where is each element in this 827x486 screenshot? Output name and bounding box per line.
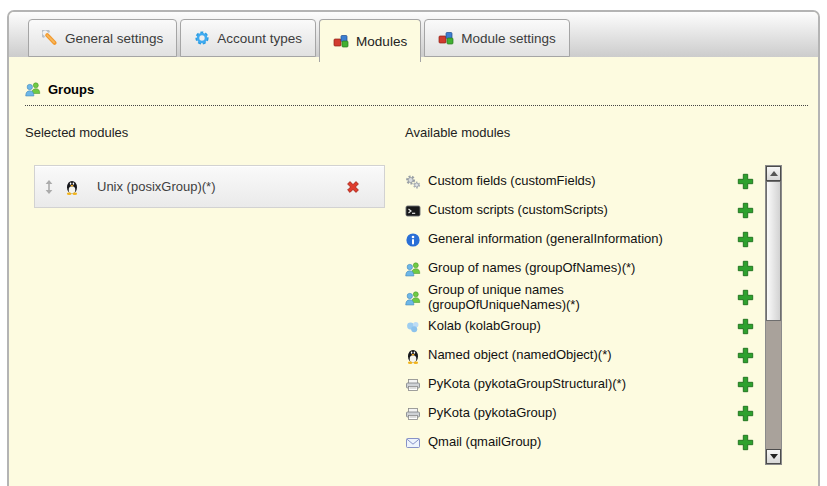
add-plus-icon <box>737 347 754 364</box>
available-modules-heading: Available modules <box>405 125 762 140</box>
list-item: PyKota (pykotaGroupStructural)(*) <box>405 370 762 399</box>
scroll-down-button[interactable] <box>766 449 781 464</box>
tab-label: Module settings <box>461 31 556 46</box>
add-module-button[interactable] <box>736 318 754 336</box>
group-icon <box>405 290 421 306</box>
drag-handle-icon[interactable] <box>43 179 55 195</box>
chevron-up-icon <box>770 171 778 176</box>
list-item: PyKota (pykotaGroup) <box>405 399 762 428</box>
tab-modules[interactable]: Modules <box>319 19 421 62</box>
module-label: General information (generalInformation) <box>428 232 663 247</box>
tab-label: Modules <box>356 34 407 49</box>
module-label: Named object (namedObject)(*) <box>428 348 612 363</box>
tab-label: Account types <box>217 31 302 46</box>
list-item: General information (generalInformation) <box>405 225 762 254</box>
add-module-button[interactable] <box>736 260 754 278</box>
selected-modules-column: Selected modules Unix (posixGroup)(*) <box>25 125 387 208</box>
terminal-icon <box>405 203 421 219</box>
add-module-button[interactable] <box>736 202 754 220</box>
groups-icon <box>25 81 41 97</box>
add-module-button[interactable] <box>736 376 754 394</box>
wrench-icon <box>42 30 58 46</box>
add-module-button[interactable] <box>736 347 754 365</box>
info-icon <box>405 232 421 248</box>
list-item: Custom fields (customFields) <box>405 167 762 196</box>
add-plus-icon <box>737 260 754 277</box>
list-item: Qmail (qmailGroup) <box>405 428 762 457</box>
module-label: PyKota (pykotaGroupStructural)(*) <box>428 377 626 392</box>
tux-icon <box>405 348 421 364</box>
add-plus-icon <box>737 202 754 219</box>
add-module-button[interactable] <box>736 231 754 249</box>
blocks-icon <box>333 33 349 49</box>
chevron-down-icon <box>770 454 778 459</box>
section-header-groups: Groups <box>25 81 808 106</box>
add-module-button[interactable] <box>736 289 754 307</box>
blocks-icon <box>438 30 454 46</box>
available-modules-scrollbar[interactable] <box>765 165 782 465</box>
add-plus-icon <box>737 318 754 335</box>
scroll-up-button[interactable] <box>766 166 781 181</box>
add-plus-icon <box>737 173 754 190</box>
available-modules-list: Custom fields (customFields) Custom scri… <box>405 167 762 457</box>
add-plus-icon <box>737 434 754 451</box>
module-label: Kolab (kolabGroup) <box>428 319 541 334</box>
add-module-button[interactable] <box>736 405 754 423</box>
gear-icon <box>194 30 210 46</box>
tux-icon <box>64 179 80 195</box>
printer-icon <box>405 377 421 393</box>
remove-x-icon <box>344 178 362 196</box>
add-module-button[interactable] <box>736 173 754 191</box>
list-item: Named object (namedObject)(*) <box>405 341 762 370</box>
scrollbar-thumb[interactable] <box>766 181 781 321</box>
add-module-button[interactable] <box>736 434 754 452</box>
module-label: Group of names (groupOfNames)(*) <box>428 261 635 276</box>
add-plus-icon <box>737 231 754 248</box>
module-label: Qmail (qmailGroup) <box>428 435 541 450</box>
tab-module-settings[interactable]: Module settings <box>424 19 570 57</box>
module-label: Group of unique names (groupOfUniqueName… <box>428 283 696 312</box>
tab-label: General settings <box>65 31 163 46</box>
module-label: Custom scripts (customScripts) <box>428 203 608 218</box>
add-plus-icon <box>737 405 754 422</box>
remove-module-button[interactable] <box>344 178 362 196</box>
module-label: Custom fields (customFields) <box>428 174 596 189</box>
selected-module-row: Unix (posixGroup)(*) <box>34 165 385 208</box>
tab-general-settings[interactable]: General settings <box>28 19 177 57</box>
kolab-icon <box>405 319 421 335</box>
group-icon <box>405 261 421 277</box>
selected-module-label: Unix (posixGroup)(*) <box>97 179 344 194</box>
available-modules-column: Available modules Custom fields (customF… <box>405 125 762 457</box>
module-label: PyKota (pykotaGroup) <box>428 406 557 421</box>
list-item: Group of names (groupOfNames)(*) <box>405 254 762 283</box>
list-item: Kolab (kolabGroup) <box>405 312 762 341</box>
add-plus-icon <box>737 289 754 306</box>
section-title: Groups <box>48 82 94 97</box>
list-item: Custom scripts (customScripts) <box>405 196 762 225</box>
add-plus-icon <box>737 376 754 393</box>
tab-account-types[interactable]: Account types <box>180 19 316 57</box>
settings-panel: General settings Account types Modules <box>7 10 820 486</box>
selected-modules-heading: Selected modules <box>25 125 387 140</box>
gears-icon <box>405 174 421 190</box>
tab-bar: General settings Account types Modules <box>9 12 818 57</box>
printer-icon <box>405 406 421 422</box>
list-item: Group of unique names (groupOfUniqueName… <box>405 283 762 312</box>
mail-icon <box>405 435 421 451</box>
